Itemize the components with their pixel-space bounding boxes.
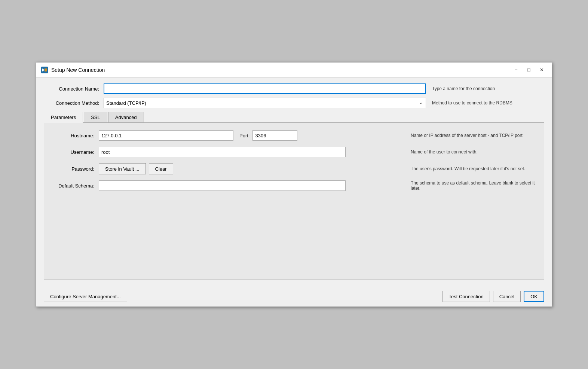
connection-method-select[interactable]: Standard (TCP/IP) Standard (TCP/IP) over… (104, 98, 426, 108)
tab-parameters[interactable]: Parameters (44, 112, 83, 123)
mysql-workbench-icon (41, 66, 48, 74)
titlebar-buttons: − □ ✕ (511, 66, 547, 74)
footer-right: Test Connection Cancel OK (442, 291, 545, 302)
default-schema-input[interactable] (99, 180, 346, 191)
username-label: Username: (50, 149, 99, 155)
hostname-input[interactable] (99, 130, 233, 141)
password-row: Password: Store in Vault ... Clear The u… (50, 163, 538, 174)
connection-method-hint: Method to use to connect to the RDBMS (432, 100, 544, 106)
clear-password-button[interactable]: Clear (149, 163, 173, 174)
password-label: Password: (50, 166, 99, 172)
connection-name-row: Connection Name: Type a name for the con… (44, 83, 544, 94)
password-buttons: Store in Vault ... Clear (99, 163, 173, 174)
default-schema-input-area (99, 180, 405, 191)
port-input[interactable] (252, 130, 297, 141)
connection-name-input[interactable] (104, 83, 426, 94)
password-hint: The user's password. Will be requested l… (411, 166, 538, 171)
tab-advanced[interactable]: Advanced (108, 112, 144, 122)
username-input-area (99, 147, 405, 157)
window-title: Setup New Connection (51, 67, 105, 73)
connection-method-input-area: Standard (TCP/IP) Standard (TCP/IP) over… (104, 98, 426, 108)
port-label: Port: (239, 133, 249, 138)
test-connection-button[interactable]: Test Connection (442, 291, 490, 302)
tabs-container: Parameters SSL Advanced (44, 112, 544, 123)
connection-name-hint: Type a name for the connection (432, 86, 544, 91)
username-row: Username: Name of the user to connect wi… (50, 147, 538, 157)
footer: Configure Server Management... Test Conn… (36, 286, 552, 307)
close-button[interactable]: ✕ (536, 66, 547, 74)
tab-panel-parameters: Hostname: Port: Name or IP address of th… (44, 123, 544, 280)
connection-method-label: Connection Method: (44, 100, 104, 106)
maximize-button[interactable]: □ (523, 66, 535, 74)
connection-name-input-area (104, 83, 426, 94)
hostname-row: Hostname: Port: Name or IP address of th… (50, 130, 538, 141)
ok-button[interactable]: OK (524, 291, 544, 302)
titlebar-left: Setup New Connection (41, 66, 105, 74)
minimize-button[interactable]: − (511, 66, 522, 74)
hostname-hint: Name or IP address of the server host - … (411, 133, 538, 138)
default-schema-hint: The schema to use as default schema. Lea… (411, 180, 538, 191)
username-hint: Name of the user to connect with. (411, 149, 538, 155)
connection-method-row: Connection Method: Standard (TCP/IP) Sta… (44, 98, 544, 108)
main-content: Connection Name: Type a name for the con… (36, 77, 552, 286)
hostname-label: Hostname: (50, 133, 99, 138)
tab-ssl[interactable]: SSL (84, 112, 107, 122)
hostname-input-area: Port: (99, 130, 405, 141)
password-input-area: Store in Vault ... Clear (99, 163, 405, 174)
configure-server-button[interactable]: Configure Server Management... (44, 291, 127, 302)
default-schema-label: Default Schema: (50, 183, 99, 189)
username-input[interactable] (99, 147, 346, 157)
store-in-vault-button[interactable]: Store in Vault ... (99, 163, 146, 174)
connection-method-select-wrapper: Standard (TCP/IP) Standard (TCP/IP) over… (104, 98, 426, 108)
main-window: Setup New Connection − □ ✕ Connection Na… (36, 62, 552, 307)
default-schema-row: Default Schema: The schema to use as def… (50, 180, 538, 191)
titlebar: Setup New Connection − □ ✕ (36, 62, 552, 77)
cancel-button[interactable]: Cancel (493, 291, 521, 302)
connection-name-label: Connection Name: (44, 86, 104, 92)
